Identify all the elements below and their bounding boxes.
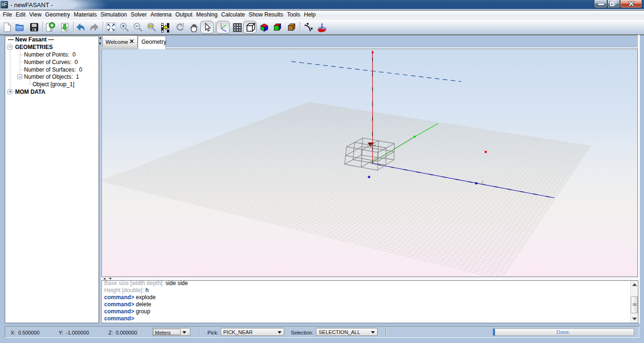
svg-text:X: X [481,180,484,186]
